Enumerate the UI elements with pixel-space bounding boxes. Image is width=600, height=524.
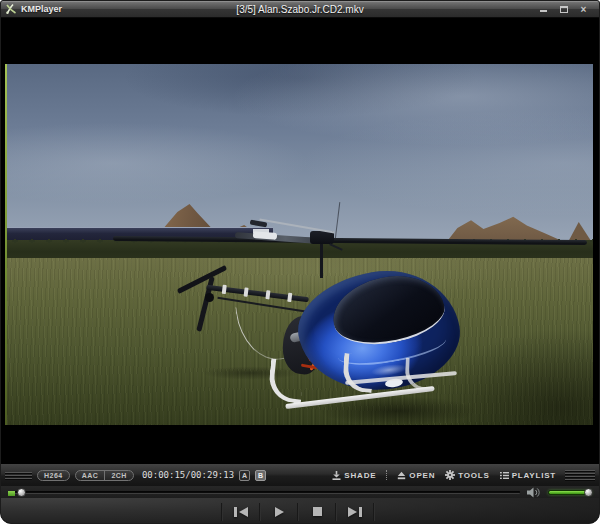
statusbar-right-grip [565, 470, 595, 480]
seek-bar[interactable] [8, 491, 520, 494]
titlebar[interactable]: KMPlayer [3/5] Alan.Szabo.Jr.CD2.mkv × [1, 1, 599, 18]
open-eject-icon [397, 471, 406, 480]
transport-row [1, 498, 599, 524]
play-icon [275, 507, 284, 517]
tools-gear-icon [445, 470, 455, 480]
kmplayer-logo-icon [5, 3, 18, 15]
time-current: 00:00:15 [142, 470, 185, 480]
video-area[interactable] [1, 18, 599, 463]
transport-buttons [221, 498, 375, 524]
close-button[interactable]: × [577, 4, 590, 15]
stop-button[interactable] [299, 500, 335, 523]
seek-knob[interactable] [17, 488, 26, 497]
statusbar-menu: SHADE OPEN [332, 470, 560, 480]
window-title: [3/5] Alan.Szabo.Jr.CD2.mkv [1, 4, 599, 15]
speaker-icon[interactable] [527, 487, 542, 498]
time-total: 00:29:13 [191, 470, 234, 480]
channels-badge: 2CH [104, 471, 133, 480]
next-icon [348, 507, 357, 517]
helicopter-shadow [297, 392, 499, 425]
maximize-icon [560, 6, 568, 13]
playlist-label: PLAYLIST [512, 471, 556, 480]
tail-rotor-hub [205, 293, 214, 302]
repeat-a-button[interactable]: A [239, 470, 250, 481]
menu-separator [386, 470, 387, 480]
statusbar-left-grip [5, 472, 32, 479]
play-button[interactable] [261, 500, 297, 523]
sky [7, 64, 593, 244]
playlist-icon [500, 471, 509, 480]
playlist-menu-item[interactable]: PLAYLIST [500, 471, 556, 480]
open-label: OPEN [409, 471, 435, 480]
shade-label: SHADE [344, 471, 376, 480]
audio-codec-badge-group: AAC 2CH [75, 470, 134, 481]
open-menu-item[interactable]: OPEN [397, 471, 435, 480]
seek-progress [8, 491, 15, 496]
window-controls: × [537, 4, 599, 15]
seek-row [1, 486, 599, 498]
shade-icon [332, 471, 341, 480]
minimize-button[interactable] [537, 4, 550, 15]
audio-codec-badge: AAC [76, 471, 105, 480]
volume-knob[interactable] [584, 488, 593, 497]
video-codec-badge: H264 [37, 470, 70, 481]
previous-button[interactable] [223, 500, 259, 523]
video-frame [7, 64, 593, 425]
tools-menu-item[interactable]: TOOLS [445, 470, 489, 480]
maximize-button[interactable] [557, 4, 570, 15]
volume-controls [527, 487, 592, 498]
time-display: 00:00:15/00:29:13 [142, 470, 234, 480]
controlbar [1, 486, 599, 524]
rotor-mast [320, 242, 323, 278]
next-button[interactable] [337, 500, 373, 523]
tools-label: TOOLS [458, 471, 489, 480]
previous-icon [234, 507, 237, 517]
app-name: KMPlayer [21, 4, 62, 14]
volume-bar[interactable] [548, 490, 592, 495]
kmplayer-window: KMPlayer [3/5] Alan.Szabo.Jr.CD2.mkv × [0, 0, 600, 524]
transport-separator [373, 503, 375, 521]
shade-menu-item[interactable]: SHADE [332, 471, 376, 480]
stop-icon [313, 507, 322, 516]
app-brand: KMPlayer [1, 3, 62, 15]
statusbar: H264 AAC 2CH 00:00:15/00:29:13 A B SHADE [1, 463, 599, 486]
minimize-icon [540, 10, 547, 12]
repeat-b-button[interactable]: B [255, 470, 266, 481]
